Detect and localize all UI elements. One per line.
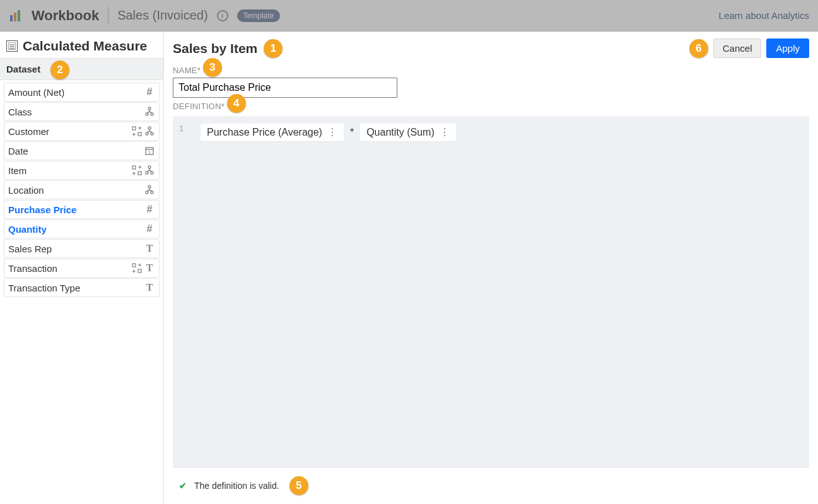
field-name: Customer <box>8 126 131 137</box>
svg-point-7 <box>148 107 151 110</box>
expression-token[interactable]: Purchase Price (Average)⋮ <box>201 124 344 141</box>
panel-title: Sales by Item <box>173 41 257 56</box>
operator: * <box>350 127 354 138</box>
apply-button[interactable]: Apply <box>766 38 809 58</box>
field-name: Transaction Type <box>8 283 144 293</box>
callout-2: 2 <box>50 61 69 79</box>
hierarchy-icon <box>144 184 155 196</box>
left-pane: Calculated Measure Dataset 2 Amount (Net… <box>0 32 164 504</box>
swap-icon <box>131 165 143 176</box>
field-item[interactable]: Date1 <box>4 141 160 160</box>
calc-measure-title: Calculated Measure <box>0 32 163 58</box>
name-field-label: NAME* 3 <box>164 62 818 78</box>
token-menu-icon[interactable]: ⋮ <box>327 129 337 136</box>
hierarchy-icon <box>144 165 155 176</box>
number-icon: # <box>144 86 155 98</box>
divider <box>108 7 108 25</box>
svg-point-9 <box>151 113 153 115</box>
svg-point-24 <box>146 191 148 194</box>
token-label: Purchase Price (Average) <box>207 127 322 138</box>
svg-point-23 <box>148 185 151 188</box>
expression-line: Purchase Price (Average)⋮*Quantity (Sum)… <box>173 116 809 149</box>
svg-point-14 <box>151 132 153 135</box>
swap-icon <box>131 262 143 274</box>
field-item[interactable]: Class <box>4 102 160 121</box>
svg-rect-19 <box>138 172 141 175</box>
field-item[interactable]: Transaction TypeT <box>4 278 160 297</box>
svg-rect-10 <box>132 127 136 130</box>
svg-point-8 <box>146 113 148 115</box>
svg-rect-27 <box>138 269 141 273</box>
check-icon: ✔ <box>179 481 187 491</box>
field-list: Amount (Net)#ClassCustomerDate1ItemLocat… <box>0 80 163 300</box>
number-icon: # <box>144 204 155 215</box>
right-pane: Sales by Item 1 6 Cancel Apply NAME* 3 D… <box>164 32 818 504</box>
callout-3: 3 <box>203 58 222 77</box>
field-name: Quantity <box>8 224 144 235</box>
workbook-logo-icon <box>9 9 23 23</box>
validation-message: The definition is valid. <box>194 481 279 491</box>
calculator-icon <box>6 40 18 52</box>
field-name: Item <box>8 165 131 176</box>
text-icon: T <box>144 243 155 254</box>
svg-point-21 <box>146 172 148 174</box>
svg-rect-2 <box>18 10 20 21</box>
definition-editor[interactable]: 1 Purchase Price (Average)⋮*Quantity (Su… <box>173 116 809 504</box>
field-item[interactable]: Sales RepT <box>4 239 160 258</box>
field-name: Sales Rep <box>8 243 144 254</box>
svg-point-13 <box>146 132 148 135</box>
svg-rect-18 <box>132 166 136 169</box>
text-icon: T <box>144 262 155 274</box>
line-number: 1 <box>179 124 184 133</box>
callout-5: 5 <box>289 476 308 495</box>
field-name: Date <box>8 146 144 156</box>
field-item[interactable]: Amount (Net)# <box>4 83 160 102</box>
svg-point-12 <box>148 127 151 129</box>
learn-analytics-link[interactable]: Learn about Analytics <box>719 10 809 21</box>
field-name: Amount (Net) <box>8 87 144 98</box>
field-name: Transaction <box>8 263 131 274</box>
hierarchy-icon <box>144 106 155 117</box>
workbook-name: Sales (Invoiced) <box>117 8 207 23</box>
number-icon: # <box>144 223 155 235</box>
field-name: Class <box>8 107 144 117</box>
info-icon[interactable]: i <box>217 10 228 21</box>
field-item[interactable]: Customer <box>4 122 160 141</box>
svg-rect-0 <box>10 15 13 21</box>
definition-field-label: DEFINITION* 4 <box>164 98 818 114</box>
expression-token[interactable]: Quantity (Sum)⋮ <box>360 124 456 141</box>
field-name: Purchase Price <box>8 204 144 215</box>
svg-point-25 <box>151 191 153 194</box>
svg-rect-1 <box>14 13 16 21</box>
field-item[interactable]: Quantity# <box>4 220 160 238</box>
svg-text:1: 1 <box>148 150 151 155</box>
callout-6: 6 <box>689 39 708 58</box>
field-item[interactable]: Purchase Price# <box>4 200 160 219</box>
svg-point-22 <box>151 172 153 174</box>
callout-1: 1 <box>264 39 283 58</box>
dataset-section-header: Dataset 2 <box>0 58 163 80</box>
hierarchy-icon <box>144 126 155 137</box>
callout-4: 4 <box>227 94 246 113</box>
text-icon: T <box>144 282 155 293</box>
measure-name-input[interactable] <box>173 78 397 98</box>
field-item[interactable]: TransactionT <box>4 259 160 278</box>
template-badge: Template <box>237 9 281 22</box>
workbook-header: Workbook Sales (Invoiced) i Template Lea… <box>0 0 818 32</box>
field-item[interactable]: Item <box>4 161 160 180</box>
cancel-button[interactable]: Cancel <box>713 38 762 58</box>
token-menu-icon[interactable]: ⋮ <box>440 129 450 136</box>
swap-icon <box>131 126 143 137</box>
svg-rect-26 <box>132 264 136 267</box>
validation-footer: ✔ The definition is valid. 5 <box>173 467 809 504</box>
dataset-label: Dataset <box>6 64 40 74</box>
calendar-icon: 1 <box>144 145 155 156</box>
svg-point-20 <box>148 166 151 168</box>
field-name: Location <box>8 185 144 196</box>
calc-measure-label: Calculated Measure <box>23 38 147 54</box>
svg-rect-11 <box>138 132 141 136</box>
field-item[interactable]: Location <box>4 180 160 199</box>
token-label: Quantity (Sum) <box>366 127 435 138</box>
app-label: Workbook <box>32 8 99 24</box>
